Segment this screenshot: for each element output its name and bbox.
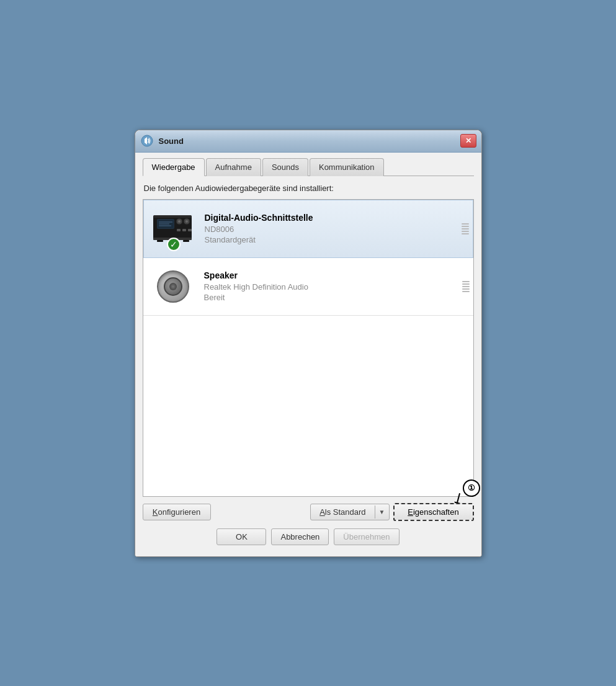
sound-dialog: Sound ✕ Wiedergabe Aufnahme Sounds Kommu… bbox=[135, 130, 482, 557]
speaker-graphic bbox=[157, 270, 189, 303]
set-default-dropdown-button[interactable]: ▼ bbox=[375, 506, 389, 519]
scroll-indicator-2 bbox=[462, 281, 470, 292]
eigenschaften-wrap: ① Eigenschaften bbox=[393, 503, 474, 521]
device-status-speaker: Bereit bbox=[204, 293, 466, 302]
tab-aufnahme[interactable]: Aufnahme bbox=[206, 158, 261, 176]
device-name-dac: Digital-Audio-Schnittstelle bbox=[205, 213, 465, 223]
tab-bar: Wiedergabe Aufnahme Sounds Kommunikation bbox=[143, 158, 474, 176]
annotation-circle: ① bbox=[463, 479, 480, 497]
tab-kommunikation[interactable]: Kommunikation bbox=[310, 158, 384, 176]
device-item-dac[interactable]: ✓ Digital-Audio-Schnittstelle ND8006 Sta… bbox=[143, 200, 473, 258]
default-device-badge: ✓ bbox=[167, 238, 181, 251]
svg-point-10 bbox=[178, 220, 181, 223]
device-name-speaker: Speaker bbox=[204, 270, 466, 280]
set-default-button[interactable]: Als Standard bbox=[311, 504, 374, 520]
device-model-speaker: Realtek High Definition Audio bbox=[204, 282, 466, 292]
svg-rect-17 bbox=[157, 240, 163, 242]
apply-button[interactable]: Übernehmen bbox=[334, 528, 399, 545]
svg-rect-14 bbox=[182, 229, 186, 231]
device-item-speaker[interactable]: Speaker Realtek High Definition Audio Be… bbox=[143, 258, 473, 316]
set-default-button-wrap[interactable]: Als Standard ▼ bbox=[310, 504, 389, 520]
cancel-button[interactable]: Abbrechen bbox=[271, 528, 329, 545]
titlebar: Sound ✕ bbox=[135, 130, 481, 153]
close-button[interactable]: ✕ bbox=[460, 134, 476, 148]
svg-rect-18 bbox=[183, 240, 189, 242]
eigenschaften-button[interactable]: Eigenschaften bbox=[393, 503, 474, 521]
svg-point-12 bbox=[185, 220, 188, 223]
dialog-buttons-row: OK Abbrechen Übernehmen bbox=[143, 528, 474, 549]
description-text: Die folgenden Audiowiedergabegeräte sind… bbox=[143, 184, 474, 193]
tab-wiedergabe[interactable]: Wiedergabe bbox=[143, 158, 205, 176]
svg-rect-3 bbox=[153, 215, 192, 218]
device-list[interactable]: ✓ Digital-Audio-Schnittstelle ND8006 Sta… bbox=[143, 199, 474, 497]
action-buttons-row: Konfigurieren Als Standard ▼ ① Eigenscha… bbox=[143, 503, 474, 521]
device-status-dac: Standardgerät bbox=[205, 235, 465, 244]
ok-button[interactable]: OK bbox=[216, 528, 266, 545]
sound-app-icon bbox=[140, 134, 154, 148]
device-info-speaker: Speaker Realtek High Definition Audio Be… bbox=[204, 270, 466, 302]
svg-rect-15 bbox=[188, 229, 192, 231]
window-title: Sound bbox=[159, 136, 460, 146]
tab-sounds[interactable]: Sounds bbox=[262, 158, 308, 176]
device-info-dac: Digital-Audio-Schnittstelle ND8006 Stand… bbox=[205, 213, 465, 244]
scroll-indicator-1 bbox=[462, 223, 469, 234]
configure-button[interactable]: Konfigurieren bbox=[143, 504, 211, 520]
device-icon-speaker bbox=[151, 264, 195, 309]
device-icon-dac: ✓ bbox=[151, 207, 196, 251]
device-model-dac: ND8006 bbox=[205, 225, 465, 234]
svg-rect-13 bbox=[177, 229, 181, 231]
main-content: Wiedergabe Aufnahme Sounds Kommunikation… bbox=[135, 153, 481, 556]
